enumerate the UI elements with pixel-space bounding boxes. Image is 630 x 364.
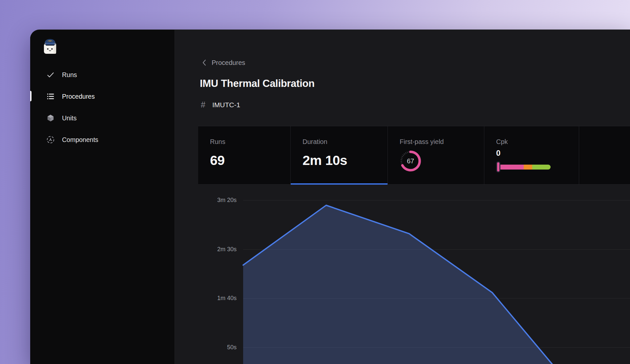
main-content: Procedures IMU Thermal Calibration # IMU…: [175, 30, 630, 364]
sidebar-item-label: Procedures: [62, 93, 95, 100]
stats-card-row: Runs 69 Duration 2m 10s First-pass yield…: [198, 126, 630, 185]
gauge-segment: [524, 165, 532, 170]
yield-percent-value: 67: [400, 150, 421, 172]
cube-icon: [46, 114, 55, 123]
gauge-segment: [532, 165, 551, 170]
stat-value: 69: [210, 153, 290, 168]
procedure-id-row: # IMUTC-1: [201, 100, 240, 110]
stat-label: First-pass yield: [400, 138, 484, 146]
check-icon: [46, 71, 55, 79]
gauge-segment: [498, 165, 524, 170]
breadcrumb-back-procedures[interactable]: Procedures: [202, 58, 245, 67]
page-title: IMU Thermal Calibration: [200, 78, 315, 90]
chart-canvas: [175, 185, 630, 364]
sidebar-item-label: Runs: [62, 71, 77, 79]
sidebar: Runs Procedures: [30, 30, 175, 364]
sidebar-item-label: Units: [62, 114, 76, 122]
breadcrumb-label: Procedures: [212, 59, 245, 67]
stat-card-first-pass-yield[interactable]: First-pass yield 67: [388, 126, 484, 184]
cpk-value: 0: [496, 149, 579, 158]
stat-label: Cpk: [496, 138, 579, 146]
sidebar-nav: Runs Procedures: [30, 64, 175, 151]
y-axis-tick-label: 50s: [188, 344, 237, 351]
y-axis-tick-label: 1m 40s: [188, 295, 237, 302]
sidebar-item-runs[interactable]: Runs: [30, 64, 175, 86]
sidebar-item-procedures[interactable]: Procedures: [30, 86, 175, 107]
hash-icon: #: [201, 100, 205, 110]
duration-area-chart[interactable]: 3m 20s2m 30s1m 40s50s: [175, 185, 630, 364]
sidebar-item-label: Components: [62, 136, 98, 144]
sidebar-item-units[interactable]: Units: [30, 107, 175, 129]
components-icon: [46, 135, 55, 144]
stat-card-partial[interactable]: [579, 126, 630, 184]
app-window: Runs Procedures: [30, 30, 630, 364]
stat-card-duration[interactable]: Duration 2m 10s: [291, 126, 388, 184]
tofu-mascot-icon: [42, 38, 58, 55]
stat-card-cpk[interactable]: Cpk 0: [484, 126, 579, 184]
cpk-gauge-marker: [496, 161, 500, 172]
list-bullet-icon: [46, 92, 55, 101]
desktop: { "app": { "name": "TofuPilot" }, "sideb…: [0, 0, 630, 364]
stat-value: 2m 10s: [303, 153, 388, 168]
tofupilot-logo[interactable]: [42, 38, 58, 55]
chevron-left-icon: [202, 59, 206, 66]
stat-label: Runs: [210, 138, 290, 146]
cpk-gauge-track: [498, 165, 551, 170]
y-axis-tick-label: 2m 30s: [188, 246, 237, 253]
stat-label: Duration: [303, 138, 388, 146]
procedure-id: IMUTC-1: [212, 101, 240, 109]
yield-donut-chart: 67: [400, 150, 421, 172]
y-axis-tick-label: 3m 20s: [188, 197, 237, 204]
cpk-gauge: [496, 161, 551, 172]
sidebar-item-components[interactable]: Components: [30, 129, 175, 151]
stat-card-runs[interactable]: Runs 69: [198, 126, 291, 184]
